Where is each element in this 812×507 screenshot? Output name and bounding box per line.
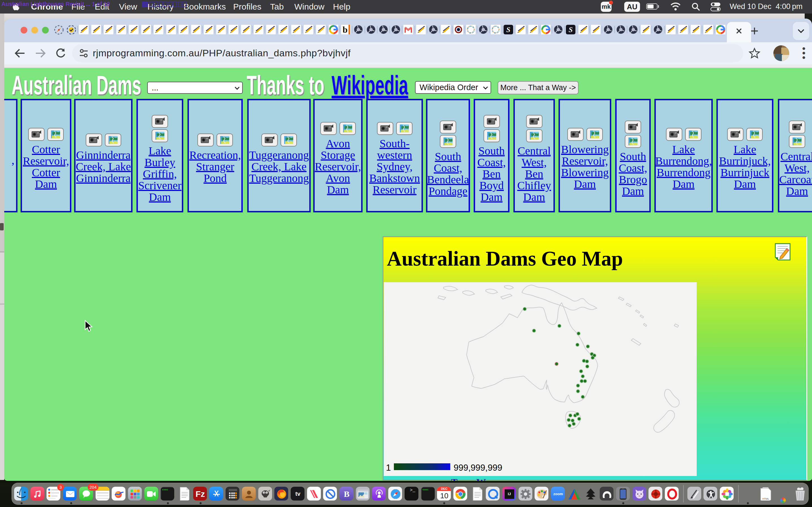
svg-text:HTML: HTML [762,497,769,500]
svg-text:S: S [506,25,510,34]
svg-text:S: S [569,25,573,34]
svg-text:b: b [343,25,348,34]
